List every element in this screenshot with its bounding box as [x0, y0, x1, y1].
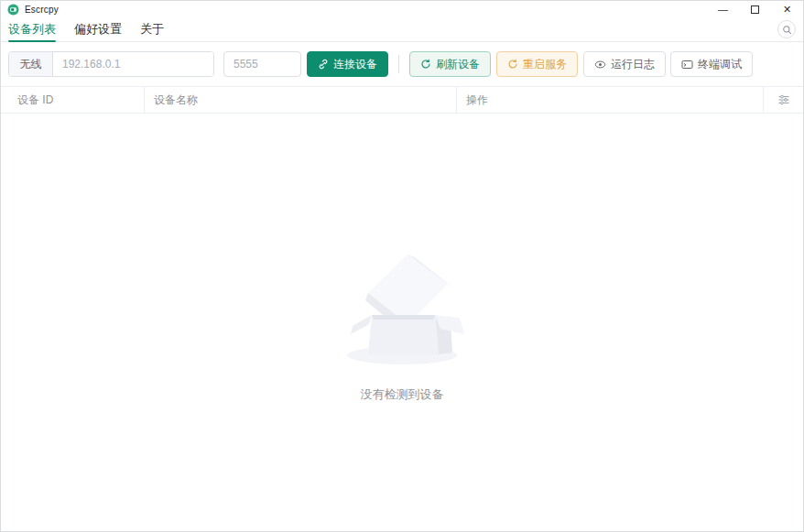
terminal-icon	[681, 59, 693, 71]
column-header-device-id: 设备 ID	[1, 87, 145, 113]
run-logs-button[interactable]: 运行日志	[583, 51, 666, 77]
device-list-empty-state: 没有检测到设备	[1, 114, 803, 531]
minimize-button[interactable]: —	[707, 1, 739, 17]
refresh-devices-button[interactable]: 刷新设备	[409, 51, 491, 77]
terminal-debug-button[interactable]: 终端调试	[670, 51, 753, 77]
tab-preferences[interactable]: 偏好设置	[74, 17, 122, 41]
minimize-icon: —	[718, 4, 728, 15]
run-logs-label: 运行日志	[611, 57, 655, 72]
search-button[interactable]	[777, 20, 796, 38]
toolbar-divider	[398, 55, 399, 73]
tab-about-label: 关于	[140, 21, 164, 38]
empty-box-illustration	[320, 238, 484, 375]
escrcpy-window: Escrcpy — ✕ 设备列表 偏好设置 关于 无线	[0, 0, 804, 532]
app-logo-icon	[7, 4, 19, 16]
ip-address-input[interactable]	[53, 52, 213, 76]
column-header-device-name: 设备名称	[145, 87, 457, 113]
connection-mode-select[interactable]: 无线	[9, 52, 53, 76]
maximize-button[interactable]	[739, 1, 771, 17]
search-icon	[782, 25, 792, 35]
column-header-device-name-label: 设备名称	[154, 92, 198, 108]
column-header-actions: 操作	[457, 87, 764, 113]
active-tab-underline	[8, 40, 56, 42]
restart-icon	[507, 59, 518, 70]
connect-device-button[interactable]: 连接设备	[307, 51, 388, 77]
column-settings-icon	[777, 93, 790, 106]
eye-icon	[594, 59, 606, 71]
link-icon	[318, 59, 329, 70]
connection-mode-value: 无线	[20, 57, 42, 72]
column-header-device-id-label: 设备 ID	[17, 92, 53, 108]
connect-device-label: 连接设备	[333, 57, 377, 72]
empty-state-message: 没有检测到设备	[361, 386, 444, 403]
column-settings-button[interactable]	[764, 87, 803, 113]
port-input[interactable]	[223, 51, 301, 77]
restart-service-button[interactable]: 重启服务	[496, 51, 578, 77]
tab-device-list[interactable]: 设备列表	[8, 17, 56, 41]
tab-preferences-label: 偏好设置	[74, 21, 122, 38]
terminal-debug-label: 终端调试	[698, 57, 742, 72]
window-controls: — ✕	[707, 1, 803, 17]
refresh-devices-label: 刷新设备	[436, 57, 480, 72]
tab-device-list-label: 设备列表	[8, 21, 56, 38]
close-button[interactable]: ✕	[771, 1, 803, 17]
tab-about[interactable]: 关于	[140, 17, 164, 41]
window-title: Escrcpy	[25, 5, 59, 15]
refresh-icon	[420, 59, 431, 70]
close-icon: ✕	[783, 4, 791, 16]
device-table-header: 设备 ID 设备名称 操作	[1, 86, 803, 114]
column-header-actions-label: 操作	[466, 92, 488, 108]
restart-service-label: 重启服务	[523, 57, 567, 72]
maximize-icon	[751, 5, 759, 14]
connection-toolbar: 无线 连接设备 刷新设备 重启服务 运行日志 终端调试	[1, 42, 803, 86]
tab-bar: 设备列表 偏好设置 关于	[1, 17, 803, 42]
titlebar: Escrcpy — ✕	[1, 1, 803, 17]
wireless-address-group: 无线	[8, 51, 214, 77]
